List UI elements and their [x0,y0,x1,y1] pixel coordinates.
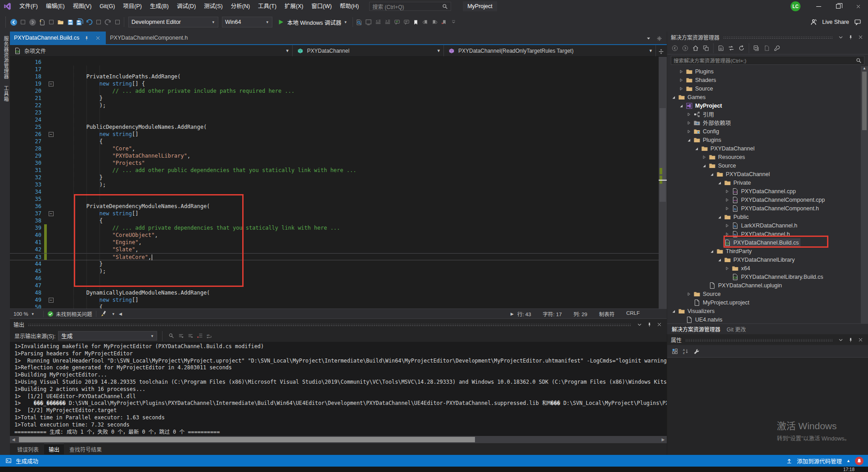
line-number[interactable]: 45 [10,268,44,275]
show-all-files-icon[interactable] [763,44,771,52]
tree-item-content[interactable]: C#PXYDataChannelLibrary.Build.cs [731,272,825,281]
document-tab[interactable]: PXYDataChannelComponent.h [106,32,192,44]
line-number[interactable]: 28 [10,145,44,152]
open-file-icon[interactable] [57,18,65,26]
restore-button[interactable] [828,0,848,13]
indent-increase-icon[interactable] [384,18,392,26]
fold-margin[interactable] [47,66,55,73]
solution-search-box[interactable]: 搜索解决方案资源管理器(Ctrl+;) [671,56,864,65]
pin-icon[interactable] [645,320,653,328]
tree-item[interactable]: C#PXYDataChannel.Build.cs [667,238,861,247]
line-number[interactable]: 43 [10,254,44,260]
menu-item[interactable]: 分析(N) [227,0,254,13]
expand-arrow-icon[interactable] [723,206,731,211]
collapse-region-icon[interactable]: − [49,211,54,216]
tree-item[interactable]: Resources [667,153,861,161]
line-number[interactable]: 33 [10,181,44,188]
fold-margin[interactable] [47,246,55,253]
tree-item-content[interactable]: hPXYDataChannel.h [731,230,791,238]
output-source-combo[interactable]: 生成▾ [58,331,157,340]
clear-all-icon[interactable] [196,332,204,340]
solution-platform-combo[interactable]: Win64▾ [222,17,272,27]
tree-item-content[interactable]: x64 [731,264,752,272]
indent-decrease-icon[interactable] [374,18,382,26]
scroll-right-icon[interactable]: ▶ [511,312,514,316]
fold-margin[interactable] [47,217,55,224]
caret-down-icon[interactable] [19,18,27,26]
tree-item-content[interactable]: Config [692,127,721,136]
line-number[interactable]: 22 [10,102,44,109]
fold-margin[interactable] [47,224,55,231]
menu-item[interactable]: Git(G) [95,0,119,13]
fold-margin[interactable] [47,195,55,203]
tree-item[interactable]: PXYDataChannel [667,170,861,178]
document-tab[interactable]: PXYDataChannel.Build.cs [10,32,106,44]
next-bookmark-icon[interactable] [431,18,439,26]
scroll-up-icon[interactable]: ▲ [863,66,866,70]
line-number[interactable]: 39 [10,224,44,231]
collapse-arrow-icon[interactable] [685,138,692,142]
health-indicator[interactable]: 未找到相关问题 [47,310,92,318]
tree-item-content[interactable]: Private [723,178,753,187]
line-number[interactable]: 25 [10,123,44,131]
menu-item[interactable]: 工具(T) [254,0,280,13]
collapse-region-icon[interactable]: − [49,82,54,86]
chevron-down-icon[interactable]: ▾ [437,48,440,54]
nav-forward-icon[interactable] [28,18,36,26]
line-number[interactable]: 24 [10,116,44,123]
line-number[interactable]: 21 [10,95,44,102]
menu-item[interactable]: 生成(B) [146,0,173,13]
fold-margin[interactable]: − [47,80,55,87]
line-number[interactable]: 23 [10,109,44,116]
collapse-arrow-icon[interactable] [708,172,715,177]
tree-item-content[interactable]: PXYDataChannel [715,170,772,178]
tree-item-content[interactable]: PXYDataChannel.uplugin [708,281,784,290]
document-well-options-icon[interactable] [655,34,663,42]
tool-window-tab[interactable]: Git 更改 [727,325,746,333]
line-number[interactable]: 30 [10,159,44,167]
fold-margin[interactable] [47,73,55,80]
line-number[interactable]: 18 [10,73,44,80]
tree-item[interactable]: PXYDataChannel [667,144,861,153]
scroll-left-icon[interactable]: ◀ [119,312,122,316]
collapse-arrow-icon[interactable] [708,249,715,254]
fold-margin[interactable] [47,102,55,109]
collapse-arrow-icon[interactable] [716,215,723,219]
line-number[interactable]: 20 [10,87,44,95]
prev-message-icon[interactable] [177,332,185,340]
fold-margin[interactable] [47,59,55,66]
expand-arrow-icon[interactable] [678,78,685,82]
minimize-button[interactable] [809,0,828,13]
word-wrap-icon[interactable]: ab [205,332,213,340]
line-number[interactable]: 49 [10,296,44,304]
close-panel-icon[interactable] [655,320,663,328]
line-number[interactable]: 46 [10,275,44,282]
tree-item[interactable]: PXYDataChannelLibrary [667,255,861,264]
fold-margin[interactable] [47,254,55,260]
panel-tab[interactable]: 查找符号结果 [65,444,106,454]
tree-item-content[interactable]: 外部依赖项 [692,118,733,127]
collapse-arrow-icon[interactable] [701,163,708,168]
scrollbar-thumb[interactable] [19,437,475,442]
menu-item[interactable]: 编辑(E) [42,0,69,13]
new-file-icon[interactable] [38,18,46,26]
panel-tab[interactable]: 输出 [44,444,64,454]
chevron-down-icon[interactable]: ▾ [649,48,652,54]
tree-item-content[interactable]: MyProject.uproject [692,298,751,307]
categorized-icon[interactable] [671,347,679,355]
line-number[interactable]: 37 [10,210,44,217]
expand-arrow-icon[interactable] [685,112,692,117]
side-tool-tab[interactable]: 工具箱 [2,86,9,102]
fold-margin[interactable] [47,87,55,95]
output-log[interactable]: 1>Invalidating makefile for MyProjectEdi… [10,342,667,436]
clear-bookmarks-icon[interactable] [440,18,448,26]
nav-back-icon[interactable] [9,18,18,26]
menu-item[interactable]: 帮助(H) [336,0,363,13]
window-position-icon[interactable] [635,320,643,328]
tree-item[interactable]: UE4.natvis [667,315,861,323]
tree-item-content[interactable]: Source [708,161,738,170]
collapse-arrow-icon[interactable] [670,309,677,313]
tree-item[interactable]: MyProject [667,101,861,110]
pin-icon[interactable] [846,33,854,41]
tree-item-content[interactable]: Resources [708,153,747,161]
